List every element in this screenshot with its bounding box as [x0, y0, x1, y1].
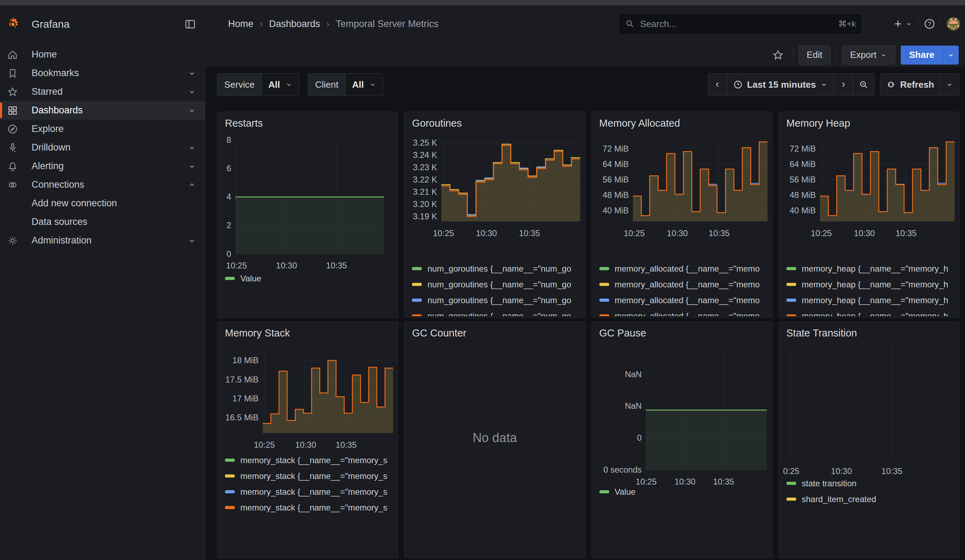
export-button[interactable]: Export	[842, 46, 895, 65]
share-button[interactable]: Share	[901, 46, 943, 65]
refresh-interval-dropdown[interactable]	[940, 73, 959, 95]
zoom-out-button[interactable]	[853, 73, 874, 95]
svg-text:10:30: 10:30	[276, 261, 297, 270]
sidebar-item-bookmarks[interactable]: Bookmarks	[0, 64, 205, 82]
breadcrumb-dashboards[interactable]: Dashboards	[269, 19, 321, 29]
chevron-down-icon	[369, 81, 376, 88]
legend-label: memory_allocated {__name__="memo	[615, 264, 760, 274]
sidebar-item-label: Add new connection	[31, 198, 117, 209]
legend-item[interactable]: num_goroutines {__name__="num_go	[412, 276, 582, 292]
panel-title[interactable]: Memory Stack	[225, 327, 290, 339]
panel-title[interactable]: Memory Heap	[787, 118, 850, 129]
brand-label: Grafana	[31, 18, 69, 30]
sidebar-item-dashboards[interactable]: Dashboards	[0, 101, 205, 120]
chevron-down-icon	[187, 162, 196, 171]
window-top-strip	[0, 0, 965, 5]
share-dropdown-button[interactable]	[943, 46, 959, 65]
legend-item[interactable]: Value	[599, 484, 770, 500]
svg-text:8: 8	[227, 135, 231, 145]
legend-item[interactable]: memory_stack {__name__="memory_s	[225, 484, 395, 500]
time-back-button[interactable]	[708, 73, 728, 95]
sidebar-item-connections[interactable]: Connections	[0, 175, 205, 194]
sidebar-item-label: Data sources	[31, 217, 87, 227]
legend-label: num_goroutines {__name__="num_go	[427, 296, 571, 305]
svg-text:10:35: 10:35	[881, 466, 902, 476]
panel-title[interactable]: GC Counter	[412, 327, 466, 339]
legend-item[interactable]: num_goroutines {__name__="num_go	[412, 292, 582, 308]
panel-title[interactable]: State Transition	[787, 327, 857, 339]
sidebar-item-administration[interactable]: Administration	[0, 231, 205, 250]
legend-item[interactable]: num_goroutines {__name__="num_go	[412, 261, 582, 276]
chevron-down-icon	[820, 81, 828, 88]
legend-item[interactable]: num_goroutines {__name__="num_go	[412, 308, 582, 316]
legend-swatch	[225, 459, 235, 462]
search-box[interactable]: ⌘+k	[619, 13, 862, 34]
legend-label: memory_allocated {__name__="memo	[615, 311, 760, 317]
service-filter[interactable]: Service All	[217, 73, 299, 96]
sidebar-item-label: Bookmarks	[31, 68, 79, 78]
panel-title[interactable]: GC Pause	[599, 327, 646, 339]
sidebar-item-label: Administration	[31, 235, 92, 246]
search-input[interactable]	[640, 18, 838, 30]
legend-item[interactable]: memory_heap {__name__="memory_h	[787, 276, 957, 292]
svg-text:3.23 K: 3.23 K	[413, 162, 437, 172]
legend-item[interactable]: shard_item_created	[787, 491, 957, 507]
star-dashboard-button[interactable]	[769, 46, 787, 65]
sidebar-item-add-new-connection[interactable]: Add new connection	[0, 194, 205, 213]
legend-swatch	[787, 299, 796, 302]
legend-item[interactable]: memory_stack {__name__="memory_s	[225, 500, 395, 516]
panel-gc-counter: GC Counter No data	[404, 322, 585, 558]
variable-filters: Service All Client All	[217, 73, 383, 96]
panel-title[interactable]: Goroutines	[412, 118, 462, 129]
share-split-button[interactable]: Share	[901, 46, 959, 65]
legend-label: memory_stack {__name__="memory_s	[240, 471, 388, 481]
panel-title[interactable]: Restarts	[225, 118, 263, 129]
sidebar-item-starred[interactable]: Starred	[0, 82, 205, 101]
edit-button[interactable]: Edit	[799, 46, 831, 65]
legend-item[interactable]: memory_heap {__name__="memory_h	[787, 308, 957, 316]
sidebar-item-home[interactable]: Home	[0, 45, 205, 64]
panel-state-transition: State Transition 0:2510:3010:35 state tr…	[778, 322, 960, 558]
svg-text:16.5 MiB: 16.5 MiB	[225, 413, 258, 422]
sidebar-item-data-sources[interactable]: Data sources	[0, 213, 205, 231]
time-forward-button[interactable]	[834, 73, 853, 95]
sidebar: HomeBookmarksStarredDashboardsExploreDri…	[0, 43, 205, 560]
legend: Value	[225, 271, 395, 316]
panel-goroutines: Goroutines 10:2510:3010:353.19 K3.20 K3.…	[404, 112, 585, 318]
legend-item[interactable]: memory_stack {__name__="memory_s	[225, 468, 395, 484]
legend-item[interactable]: memory_allocated {__name__="memo	[599, 261, 770, 276]
sidebar-item-explore[interactable]: Explore	[0, 120, 205, 138]
legend-item[interactable]: memory_heap {__name__="memory_h	[787, 292, 957, 308]
chevron-down-icon	[187, 69, 196, 78]
add-button[interactable]	[893, 19, 913, 29]
chevron-down-icon	[187, 236, 196, 245]
legend-item[interactable]: memory_allocated {__name__="memo	[599, 276, 770, 292]
legend-swatch	[599, 283, 609, 286]
legend: memory_stack {__name__="memory_smemory_s…	[225, 452, 395, 557]
legend-item[interactable]: Value	[225, 271, 395, 286]
breadcrumb-home[interactable]: Home	[228, 19, 254, 29]
legend-label: memory_allocated {__name__="memo	[615, 280, 760, 289]
legend-item[interactable]: state transition	[787, 475, 957, 491]
svg-text:48 MiB: 48 MiB	[790, 190, 816, 200]
svg-text:2: 2	[227, 220, 231, 230]
refresh-button[interactable]: Refresh	[880, 73, 940, 95]
user-avatar[interactable]	[947, 17, 960, 31]
sidebar-item-alerting[interactable]: Alerting	[0, 157, 205, 175]
panel-title[interactable]: Memory Allocated	[599, 118, 680, 129]
sidebar-toggle-icon[interactable]	[184, 18, 196, 30]
legend-swatch	[225, 490, 235, 493]
legend-item[interactable]: memory_allocated {__name__="memo	[599, 292, 770, 308]
legend-item[interactable]: memory_allocated {__name__="memo	[599, 308, 770, 316]
svg-text:NaN: NaN	[625, 369, 641, 379]
svg-text:40 MiB: 40 MiB	[790, 206, 816, 216]
legend-item[interactable]: memory_stack {__name__="memory_s	[225, 452, 395, 468]
svg-text:17 MiB: 17 MiB	[232, 393, 258, 403]
legend-item[interactable]: memory_heap {__name__="memory_h	[787, 261, 957, 276]
time-range-picker[interactable]: Last 15 minutes	[728, 73, 834, 95]
client-filter[interactable]: Client All	[308, 73, 383, 96]
chevron-down-icon	[187, 143, 196, 152]
service-filter-label: Service	[217, 73, 262, 95]
sidebar-item-drilldown[interactable]: Drilldown	[0, 138, 205, 157]
help-button[interactable]: ?	[924, 18, 935, 29]
